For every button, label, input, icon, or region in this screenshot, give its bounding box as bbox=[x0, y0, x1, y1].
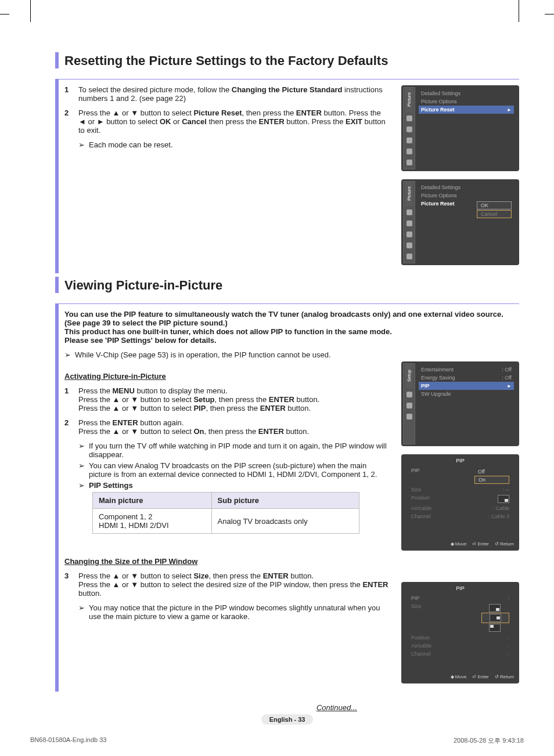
pip-size-icon bbox=[489, 604, 501, 612]
crop-mark bbox=[545, 14, 554, 15]
pip-settings-table: Main pictureSub picture Component 1, 2 H… bbox=[92, 492, 359, 534]
section-header-2: Viewing Picture-in-Picture bbox=[55, 277, 519, 293]
cancel-option: Cancel bbox=[477, 210, 512, 218]
section-body-2: You can use the PIP feature to simultane… bbox=[55, 303, 519, 692]
osd-pip-size: PIP PIP: Size Position: Air/cable: Chann… bbox=[401, 582, 519, 683]
osd-setup-pip: Setup Entertainment: Off Energy Saving: … bbox=[401, 361, 519, 446]
osd-picture-reset-confirm: Picture Detailed Settings Picture Option… bbox=[401, 179, 519, 265]
chevron-right-icon: ► bbox=[507, 384, 512, 389]
language-page-badge: English - 33 bbox=[261, 714, 314, 725]
crop-mark bbox=[30, 0, 31, 22]
chevron-icon: ➢ bbox=[78, 442, 89, 450]
chevron-icon: ➢ bbox=[78, 461, 89, 470]
ok-option: OK bbox=[477, 201, 512, 209]
chevron-right-icon: ► bbox=[507, 107, 512, 113]
pip-intro: You can use the PIP feature to simultane… bbox=[64, 310, 519, 345]
step-1: To select the desired picture mode, foll… bbox=[78, 85, 390, 103]
pip-size-icon bbox=[490, 614, 501, 622]
pip-size-icon bbox=[489, 624, 501, 632]
section-body-1: 1To select the desired picture mode, fol… bbox=[55, 79, 519, 273]
section-title-pip: Viewing Picture-in-Picture bbox=[64, 277, 222, 293]
section-title-reset: Resetting the Picture Settings to the Fa… bbox=[64, 52, 388, 68]
manual-page: Resetting the Picture Settings to the Fa… bbox=[0, 0, 554, 756]
footer-file: BN68-01580A-Eng.indb 33 bbox=[30, 736, 106, 745]
chevron-icon: ➢ bbox=[78, 140, 89, 149]
step-2: Press the ▲ or ▼ button to select Pictur… bbox=[78, 108, 390, 135]
osd-picture-reset: Picture Detailed Settings Picture Option… bbox=[401, 85, 519, 171]
section-header-1: Resetting the Picture Settings to the Fa… bbox=[55, 52, 519, 68]
page-footer: BN68-01580A-Eng.indb 33 2008-05-28 오후 9:… bbox=[30, 736, 524, 745]
chevron-icon: ➢ bbox=[64, 350, 75, 359]
heading-change-size: Changing the Size of the PIP Window bbox=[64, 557, 390, 566]
chevron-icon: ➢ bbox=[78, 603, 89, 612]
footer-timestamp: 2008-05-28 오후 9:43:18 bbox=[454, 736, 524, 745]
heading-activate-pip: Activating Picture-in-Picture bbox=[64, 372, 390, 381]
pip-pos-icon bbox=[498, 495, 509, 503]
crop-mark bbox=[519, 0, 519, 22]
chevron-icon: ➢ bbox=[78, 481, 89, 490]
page-content: Resetting the Picture Settings to the Fa… bbox=[55, 52, 519, 725]
osd-pip-onoff: PIP PIPOffOn Size: ─ Position Air/cable:… bbox=[401, 454, 519, 551]
continued-text: Continued... bbox=[55, 703, 357, 712]
crop-mark bbox=[0, 14, 9, 15]
